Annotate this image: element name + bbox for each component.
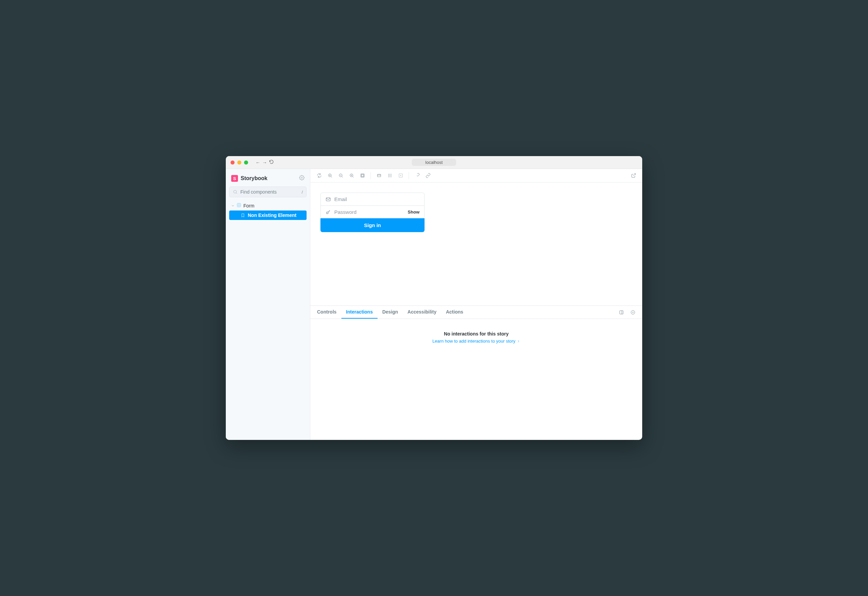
addon-body: No interactions for this story Learn how… bbox=[310, 319, 642, 440]
brand: S Storybook bbox=[231, 175, 267, 182]
bookmark-icon bbox=[241, 213, 245, 218]
window-controls bbox=[230, 161, 248, 165]
svg-point-17 bbox=[391, 177, 391, 177]
titlebar: ← → localhost bbox=[226, 156, 642, 169]
tab-actions[interactable]: Actions bbox=[441, 306, 468, 319]
url-bar[interactable]: localhost bbox=[412, 159, 456, 166]
tab-design[interactable]: Design bbox=[378, 306, 403, 319]
panel-close-button[interactable] bbox=[628, 307, 638, 317]
tab-interactions[interactable]: Interactions bbox=[341, 306, 378, 319]
svg-rect-8 bbox=[377, 174, 381, 177]
tree-story-label: Non Existing Element bbox=[248, 212, 297, 218]
password-row: Show bbox=[321, 206, 424, 218]
tab-controls[interactable]: Controls bbox=[312, 306, 341, 319]
browser-window: ← → localhost S Storybook Find component… bbox=[226, 156, 642, 440]
link-button[interactable] bbox=[423, 171, 433, 180]
svg-rect-7 bbox=[361, 174, 363, 176]
search-shortcut: / bbox=[301, 190, 303, 195]
addon-tabs: Controls Interactions Design Accessibili… bbox=[310, 306, 642, 319]
close-window-button[interactable] bbox=[230, 161, 235, 165]
search-icon bbox=[233, 190, 238, 194]
app: S Storybook Find components / bbox=[226, 169, 642, 440]
canvas-toolbar bbox=[310, 169, 642, 183]
signin-button[interactable]: Sign in bbox=[320, 218, 425, 232]
back-button[interactable]: ← bbox=[255, 160, 260, 165]
signin-form: Show Sign in bbox=[320, 193, 632, 232]
separator bbox=[371, 172, 371, 179]
open-in-new-tab-button[interactable] bbox=[629, 171, 638, 180]
separator bbox=[409, 172, 409, 179]
email-field[interactable] bbox=[334, 196, 419, 202]
tree-story-non-existing-element[interactable]: Non Existing Element bbox=[229, 211, 307, 220]
key-icon bbox=[326, 209, 331, 215]
sidebar: S Storybook Find components / bbox=[226, 169, 310, 440]
email-row bbox=[321, 193, 424, 206]
svg-point-11 bbox=[391, 174, 391, 174]
canvas: Show Sign in bbox=[310, 183, 642, 305]
sidebar-header: S Storybook bbox=[226, 174, 310, 186]
search-input[interactable]: Find components / bbox=[229, 186, 307, 197]
panel-orientation-button[interactable] bbox=[617, 307, 626, 317]
mail-icon bbox=[326, 197, 331, 202]
brand-title: Storybook bbox=[241, 176, 267, 181]
search-placeholder: Find components bbox=[240, 189, 299, 195]
forward-button[interactable]: → bbox=[262, 160, 267, 165]
tab-accessibility[interactable]: Accessibility bbox=[403, 306, 441, 319]
svg-rect-22 bbox=[620, 310, 623, 314]
reload-button[interactable] bbox=[269, 159, 274, 165]
zoom-in-button[interactable] bbox=[325, 171, 335, 180]
minimize-window-button[interactable] bbox=[237, 161, 241, 165]
password-field[interactable] bbox=[334, 209, 404, 215]
background-button[interactable] bbox=[357, 171, 367, 180]
outline-button[interactable] bbox=[412, 171, 422, 180]
addons-panel: Controls Interactions Design Accessibili… bbox=[310, 305, 642, 440]
viewport-button[interactable] bbox=[374, 171, 384, 180]
empty-state-title: No interactions for this story bbox=[444, 331, 508, 336]
grid-button[interactable] bbox=[385, 171, 394, 180]
zoom-out-button[interactable] bbox=[336, 171, 345, 180]
storybook-logo-icon: S bbox=[231, 175, 238, 182]
main: Show Sign in Controls Interactions Desig… bbox=[310, 169, 642, 440]
svg-rect-20 bbox=[326, 198, 330, 201]
settings-button[interactable] bbox=[299, 175, 304, 182]
show-password-toggle[interactable]: Show bbox=[407, 209, 419, 215]
browser-nav: ← → bbox=[255, 159, 274, 165]
svg-point-1 bbox=[233, 190, 236, 193]
measure-button[interactable] bbox=[396, 171, 405, 180]
empty-state-link[interactable]: Learn how to add interactions to your st… bbox=[432, 339, 520, 344]
svg-point-21 bbox=[326, 212, 328, 214]
component-icon bbox=[236, 203, 241, 208]
remount-button[interactable] bbox=[314, 171, 324, 180]
svg-point-0 bbox=[301, 177, 303, 179]
svg-rect-18 bbox=[399, 174, 402, 177]
chevron-right-icon bbox=[517, 339, 520, 343]
maximize-window-button[interactable] bbox=[244, 161, 248, 165]
chevron-down-icon bbox=[231, 203, 235, 208]
zoom-reset-button[interactable] bbox=[347, 171, 356, 180]
tree-group-form[interactable]: Form bbox=[228, 201, 308, 210]
svg-point-9 bbox=[388, 174, 389, 174]
svg-point-15 bbox=[388, 177, 389, 177]
explorer-tree: Form Non Existing Element bbox=[226, 201, 310, 220]
tree-group-label: Form bbox=[244, 203, 254, 208]
